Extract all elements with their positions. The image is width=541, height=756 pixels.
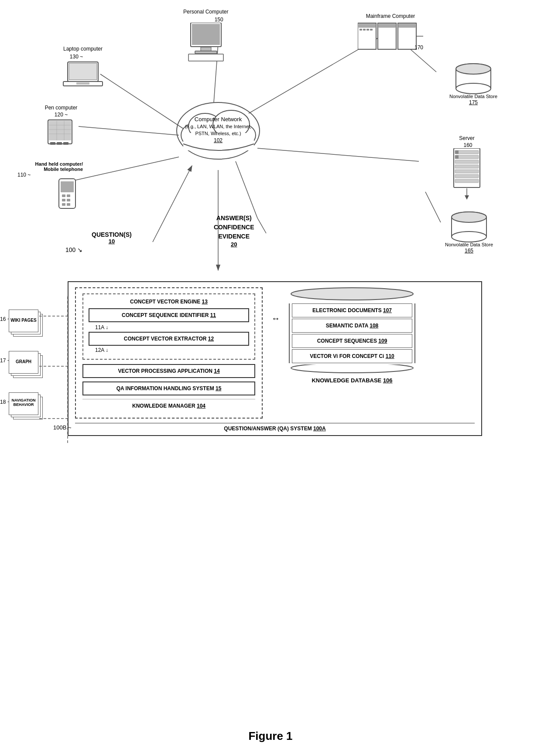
cve-title: CONCEPT VECTOR ENGINE 13 (89, 299, 249, 305)
svg-rect-42 (49, 121, 71, 140)
kb-label: KNOWLEDGE DATABASE 106 (289, 377, 415, 384)
svg-line-17 (257, 218, 266, 233)
svg-rect-55 (62, 199, 65, 201)
svg-line-16 (236, 161, 257, 218)
svg-point-79 (291, 288, 413, 300)
cve-extractor-box: CONCEPT VECTOR EXTRACTOR 12 (89, 332, 249, 346)
server-ref: 160 (452, 142, 484, 148)
figure-caption: Figure 1 (0, 729, 541, 743)
svg-rect-28 (188, 54, 223, 61)
cloud-ref: 102 (170, 137, 266, 144)
handheld-label: Hand held computer/ Mobile telephone (26, 161, 83, 172)
cve-extractor-label: CONCEPT VECTOR EXTRACTOR 12 (94, 336, 244, 342)
svg-rect-60 (455, 150, 479, 154)
svg-rect-66 (455, 170, 479, 173)
main-system-box: CONCEPT VECTOR ENGINE 13 CONCEPT SEQUENC… (68, 281, 482, 436)
answers-text: ANSWER(S)CONFIDENCEEVIDENCE (214, 214, 254, 241)
svg-point-77 (452, 232, 486, 242)
server-label: Server (449, 135, 484, 141)
svg-rect-54 (67, 194, 70, 197)
datastore165-ref: 165 (445, 248, 493, 254)
kb-row-vector-vi: VECTOR Vi FOR CONCEPT Ci 110 (292, 349, 412, 363)
answers-label: ANSWER(S)CONFIDENCEEVIDENCE 20 (214, 214, 254, 248)
km-label: KNOWLEDGE MANAGER 104 (87, 403, 251, 409)
datastore175-label: Nonvolatile Data Store (449, 93, 497, 99)
svg-rect-65 (455, 165, 479, 168)
kb-row-concept-sequences: CONCEPT SEQUENCES 109 (292, 334, 412, 348)
vpa-label: VECTOR PROCESSING APPLICATION 14 (88, 368, 250, 374)
svg-line-11 (257, 148, 419, 161)
svg-marker-70 (465, 195, 469, 200)
svg-line-13 (425, 192, 441, 222)
svg-rect-58 (67, 203, 70, 206)
handheld-device: Hand held computer/ Mobile telephone 110… (26, 161, 83, 215)
svg-rect-61 (455, 150, 459, 154)
nav-behavior-panel: 18 ~ NAVIGATIONBEHAVIOR (9, 392, 46, 421)
svg-rect-38 (399, 24, 415, 27)
svg-rect-23 (76, 82, 89, 85)
cloud-subtitle: (e.g., LAN, WLAN, the Internet,PSTN, Wir… (170, 123, 266, 137)
svg-point-80 (291, 364, 413, 373)
knowledge-db: ELECTRONIC DOCUMENTS 107 SEMANTIC DATA 1… (289, 287, 415, 384)
svg-point-74 (456, 64, 491, 74)
answers-ref: 20 (214, 241, 254, 248)
km-section: KNOWLEDGE MANAGER 104 (82, 399, 255, 411)
svg-rect-31 (360, 29, 362, 31)
wiki-pages-label: WIKI PAGES (9, 318, 38, 323)
datastore165-label: Nonvolatile Data Store (445, 242, 493, 248)
mainframe-ref: 170 (414, 44, 423, 51)
page: Laptop computer 130 ~ Personal Computer … (0, 0, 541, 756)
svg-rect-64 (455, 160, 479, 163)
datastore-175: Nonvolatile Data Store 175 (449, 61, 497, 106)
svg-rect-53 (62, 194, 65, 197)
graph-label: GRAPH (9, 359, 38, 364)
svg-rect-49 (57, 142, 62, 145)
cve-dashed-box: CONCEPT VECTOR ENGINE 13 CONCEPT SEQUENC… (82, 293, 255, 360)
laptop-ref: 130 ~ (48, 54, 105, 60)
svg-rect-25 (192, 24, 220, 45)
qa-inner-box: CONCEPT VECTOR ENGINE 13 CONCEPT SEQUENC… (75, 287, 263, 419)
svg-rect-33 (366, 29, 369, 31)
svg-rect-63 (455, 155, 459, 159)
qa-info-label: QA INFORMATION HANDLING SYSTEM 15 (88, 385, 250, 392)
qa-info-box: QA INFORMATION HANDLING SYSTEM 15 (82, 381, 255, 395)
svg-rect-57 (62, 203, 65, 206)
wiki-pages-panel: 16 ~ WIKI PAGES (9, 310, 46, 338)
svg-point-73 (456, 83, 491, 94)
csi-label: CONCEPT SEQUENCE IDENTIFIER 11 (94, 312, 244, 318)
svg-line-15 (153, 166, 192, 242)
laptop-device: Laptop computer 130 ~ (61, 46, 105, 92)
server-device: Server 160 (449, 135, 484, 202)
questions-text: QUESTION(S) (92, 231, 132, 238)
svg-rect-30 (359, 24, 375, 27)
network-diagram: Laptop computer 130 ~ Personal Computer … (0, 0, 541, 296)
questions-label: QUESTION(S) 10 (92, 231, 132, 245)
svg-rect-48 (50, 142, 55, 145)
qa-system-label: QUESTION/ANSWER (QA) SYSTEM 100A (75, 423, 475, 432)
pc-device: Personal Computer 150 (183, 9, 228, 64)
svg-rect-56 (67, 199, 70, 201)
datastore175-ref: 175 (449, 99, 497, 106)
pc-label: Personal Computer (183, 9, 228, 15)
pc-ref: 150 (209, 17, 228, 23)
cloud-text: Computer Network (e.g., LAN, WLAN, the I… (170, 102, 266, 144)
pen-label: Pen computer (44, 105, 79, 111)
datastore-165: Nonvolatile Data Store 165 (445, 209, 493, 254)
left-panels: 16 ~ WIKI PAGES 17 ~ GRAPH (9, 310, 46, 421)
system-100b-ref: 100B ~ (53, 424, 72, 431)
laptop-label: Laptop computer (61, 46, 105, 52)
svg-line-10 (72, 157, 179, 181)
svg-rect-67 (455, 174, 479, 178)
pen-ref: 120 ~ (44, 112, 79, 118)
kb-row-semantic-data: SEMANTIC DATA 108 (292, 319, 412, 333)
handheld-ref: 110 ~ (17, 172, 83, 178)
db-connector: ↔ (271, 287, 280, 324)
questions-ref: 10 (92, 238, 132, 245)
svg-rect-62 (455, 155, 479, 159)
svg-rect-36 (379, 24, 395, 27)
svg-rect-32 (363, 29, 366, 31)
nav-label: NAVIGATIONBEHAVIOR (9, 398, 38, 407)
pen-device: Pen computer 120 ~ (44, 105, 79, 150)
arrow-12a: 12A ↓ (89, 347, 249, 353)
csi-box: CONCEPT SEQUENCE IDENTIFIER 11 (89, 308, 249, 322)
